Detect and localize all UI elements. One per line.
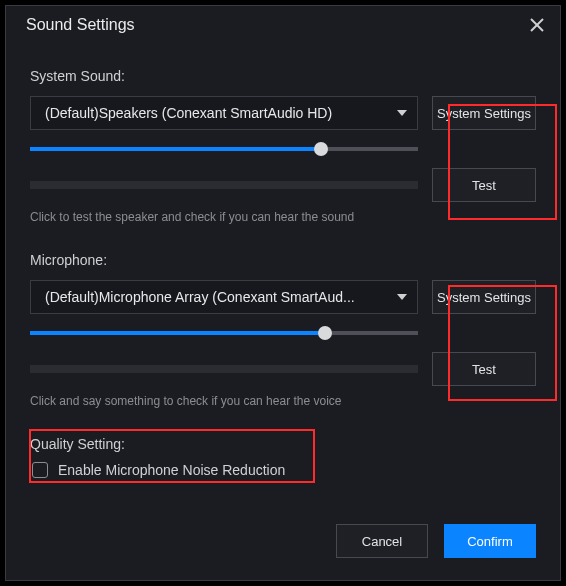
- dialog-footer: Cancel Confirm: [336, 524, 536, 558]
- system-sound-level-meter: [30, 181, 418, 189]
- quality-setting-label: Quality Setting:: [30, 436, 536, 452]
- microphone-hint: Click and say something to check if you …: [30, 394, 536, 408]
- enable-noise-reduction-checkbox[interactable]: [32, 462, 48, 478]
- close-icon: [530, 18, 544, 32]
- close-button[interactable]: [528, 16, 546, 34]
- slider-thumb[interactable]: [314, 142, 328, 156]
- microphone-test-button[interactable]: Test: [432, 352, 536, 386]
- microphone-label: Microphone:: [30, 252, 536, 268]
- slider-fill: [30, 147, 321, 151]
- slider-thumb[interactable]: [318, 326, 332, 340]
- titlebar: Sound Settings: [6, 6, 560, 44]
- microphone-selected-option: (Default)Microphone Array (Conexant Smar…: [45, 289, 355, 305]
- enable-noise-reduction-label: Enable Microphone Noise Reduction: [58, 462, 285, 478]
- system-sound-selected-option: (Default)Speakers (Conexant SmartAudio H…: [45, 105, 332, 121]
- enable-noise-reduction-checkbox-row[interactable]: Enable Microphone Noise Reduction: [30, 460, 536, 478]
- microphone-volume-slider[interactable]: [30, 324, 418, 342]
- chevron-down-icon: [397, 294, 407, 300]
- microphone-device-select[interactable]: (Default)Microphone Array (Conexant Smar…: [30, 280, 418, 314]
- system-sound-hint: Click to test the speaker and check if y…: [30, 210, 536, 224]
- chevron-down-icon: [397, 110, 407, 116]
- dialog-title: Sound Settings: [26, 16, 135, 34]
- cancel-button[interactable]: Cancel: [336, 524, 428, 558]
- dialog-content: System Sound: (Default)Speakers (Conexan…: [6, 44, 560, 478]
- system-sound-system-settings-button[interactable]: System Settings: [432, 96, 536, 130]
- system-sound-device-select[interactable]: (Default)Speakers (Conexant SmartAudio H…: [30, 96, 418, 130]
- system-sound-label: System Sound:: [30, 68, 536, 84]
- system-sound-test-button[interactable]: Test: [432, 168, 536, 202]
- sound-settings-dialog: Sound Settings System Sound: (Default)Sp…: [5, 5, 561, 581]
- slider-fill: [30, 331, 325, 335]
- microphone-system-settings-button[interactable]: System Settings: [432, 280, 536, 314]
- confirm-button[interactable]: Confirm: [444, 524, 536, 558]
- microphone-level-meter: [30, 365, 418, 373]
- system-sound-volume-slider[interactable]: [30, 140, 418, 158]
